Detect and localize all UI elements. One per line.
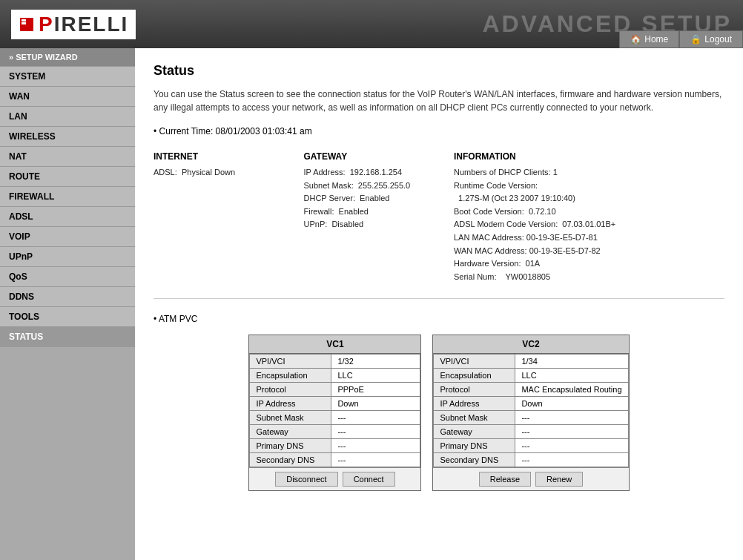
- row-label: Gateway: [434, 425, 515, 439]
- row-label: Encapsulation: [434, 369, 515, 383]
- row-value: MAC Encapsulated Routing: [515, 383, 628, 397]
- row-label: Primary DNS: [250, 439, 331, 453]
- row-label: Subnet Mask: [250, 411, 331, 425]
- page-title: Status: [153, 63, 724, 79]
- internet-title: INTERNET: [153, 151, 289, 162]
- vc1-footer: Disconnect Connect: [249, 467, 420, 490]
- sidebar-item-adsl[interactable]: ADSL: [0, 207, 135, 227]
- row-value: ---: [331, 411, 420, 425]
- row-value: ---: [331, 439, 420, 453]
- sidebar-item-setup-wizard[interactable]: » SETUP WIZARD: [0, 48, 135, 67]
- gateway-column: GATEWAY IP Address: 192.168.1.254 Subnet…: [304, 151, 440, 283]
- sidebar-item-system[interactable]: SYSTEM: [0, 67, 135, 87]
- sidebar-item-nat[interactable]: NAT: [0, 147, 135, 167]
- table-row: VPI/VCI1/34: [434, 355, 628, 369]
- internet-content: ADSL: Physical Down: [153, 166, 289, 179]
- current-time: • Current Time: 08/01/2003 01:03:41 am: [153, 126, 724, 136]
- home-button[interactable]: 🏠 Home: [619, 30, 679, 48]
- layout: » SETUP WIZARDSYSTEMWANLANWIRELESSNATROU…: [0, 48, 743, 560]
- table-row: Gateway---: [250, 425, 420, 439]
- vc2-release-button[interactable]: Release: [479, 472, 531, 487]
- atm-section: • ATM PVC VC1 VPI/VCI1/32EncapsulationLL…: [153, 314, 724, 491]
- sidebar-item-voip[interactable]: VOIP: [0, 227, 135, 247]
- vc1-header: VC1: [249, 335, 420, 354]
- logo-text: PIRELLI: [39, 13, 128, 36]
- vc2-header: VC2: [433, 335, 628, 354]
- vc1-disconnect-button[interactable]: Disconnect: [275, 472, 337, 487]
- table-row: Secondary DNS---: [250, 453, 420, 467]
- table-row: ProtocolPPPoE: [250, 383, 420, 397]
- vc2-renew-button[interactable]: Renew: [535, 472, 583, 487]
- row-label: Protocol: [250, 383, 331, 397]
- gateway-content: IP Address: 192.168.1.254 Subnet Mask: 2…: [304, 166, 440, 231]
- sidebar: » SETUP WIZARDSYSTEMWANLANWIRELESSNATROU…: [0, 48, 135, 560]
- vc2-footer: Release Renew: [433, 467, 628, 490]
- table-row: Gateway---: [434, 425, 628, 439]
- sidebar-item-ddns[interactable]: DDNS: [0, 287, 135, 307]
- row-value: ---: [515, 425, 628, 439]
- row-value: Down: [515, 397, 628, 411]
- table-row: VPI/VCI1/32: [250, 355, 420, 369]
- row-label: IP Address: [250, 397, 331, 411]
- atm-title: • ATM PVC: [153, 314, 724, 324]
- status-columns: INTERNET ADSL: Physical Down GATEWAY IP …: [153, 151, 724, 283]
- table-row: Subnet Mask---: [250, 411, 420, 425]
- row-label: Subnet Mask: [434, 411, 515, 425]
- row-label: Primary DNS: [434, 439, 515, 453]
- row-value: 1/32: [331, 355, 420, 369]
- row-value: ---: [515, 453, 628, 467]
- logout-button[interactable]: 🔒 Logout: [679, 30, 743, 48]
- row-label: Encapsulation: [250, 369, 331, 383]
- vc1-table: VC1 VPI/VCI1/32EncapsulationLLCProtocolP…: [248, 335, 421, 491]
- sidebar-item-status[interactable]: STATUS: [0, 327, 135, 347]
- row-value: ---: [331, 453, 420, 467]
- table-row: Primary DNS---: [434, 439, 628, 453]
- vc2-table: VC2 VPI/VCI1/34EncapsulationLLCProtocolM…: [432, 335, 629, 491]
- row-value: 1/34: [515, 355, 628, 369]
- row-label: VPI/VCI: [250, 355, 331, 369]
- row-value: LLC: [515, 369, 628, 383]
- description: You can use the Status screen to see the…: [153, 88, 724, 114]
- logo-area: PIRELLI: [11, 10, 136, 39]
- vc-tables: VC1 VPI/VCI1/32EncapsulationLLCProtocolP…: [153, 335, 724, 491]
- table-row: Secondary DNS---: [434, 453, 628, 467]
- information-title: INFORMATION: [454, 151, 724, 162]
- row-value: ---: [331, 425, 420, 439]
- divider: [153, 298, 724, 299]
- svg-rect-1: [22, 19, 26, 22]
- row-label: Protocol: [434, 383, 515, 397]
- vc1-data-table: VPI/VCI1/32EncapsulationLLCProtocolPPPoE…: [249, 354, 420, 467]
- table-row: IP AddressDown: [434, 397, 628, 411]
- table-row: EncapsulationLLC: [434, 369, 628, 383]
- nav-buttons: 🏠 Home 🔒 Logout: [619, 30, 743, 48]
- sidebar-item-qos[interactable]: QoS: [0, 267, 135, 287]
- gateway-title: GATEWAY: [304, 151, 440, 162]
- information-content: Numbers of DHCP Clients: 1 Runtime Code …: [454, 166, 724, 283]
- information-column: INFORMATION Numbers of DHCP Clients: 1 R…: [454, 151, 724, 283]
- row-label: Secondary DNS: [250, 453, 331, 467]
- sidebar-item-wan[interactable]: WAN: [0, 87, 135, 107]
- table-row: IP AddressDown: [250, 397, 420, 411]
- main-content: Status You can use the Status screen to …: [135, 48, 743, 560]
- row-value: ---: [515, 411, 628, 425]
- sidebar-item-route[interactable]: ROUTE: [0, 167, 135, 187]
- logout-icon: 🔒: [690, 34, 701, 45]
- row-label: Gateway: [250, 425, 331, 439]
- row-label: VPI/VCI: [434, 355, 515, 369]
- svg-rect-2: [22, 22, 26, 24]
- row-value: ---: [515, 439, 628, 453]
- vc1-connect-button[interactable]: Connect: [343, 472, 395, 487]
- sidebar-item-firewall[interactable]: FIREWALL: [0, 187, 135, 207]
- internet-column: INTERNET ADSL: Physical Down: [153, 151, 289, 283]
- sidebar-item-tools[interactable]: TOOLS: [0, 307, 135, 327]
- vc2-data-table: VPI/VCI1/34EncapsulationLLCProtocolMAC E…: [433, 354, 628, 467]
- sidebar-item-lan[interactable]: LAN: [0, 107, 135, 127]
- row-label: Secondary DNS: [434, 453, 515, 467]
- row-value: Down: [331, 397, 420, 411]
- sidebar-item-upnp[interactable]: UPnP: [0, 247, 135, 267]
- home-icon: 🏠: [630, 34, 641, 45]
- header: PIRELLI ADVANCED SETUP 🏠 Home 🔒 Logout: [0, 0, 743, 48]
- table-row: Subnet Mask---: [434, 411, 628, 425]
- sidebar-item-wireless[interactable]: WIRELESS: [0, 127, 135, 147]
- pirelli-logo-icon: [19, 16, 35, 33]
